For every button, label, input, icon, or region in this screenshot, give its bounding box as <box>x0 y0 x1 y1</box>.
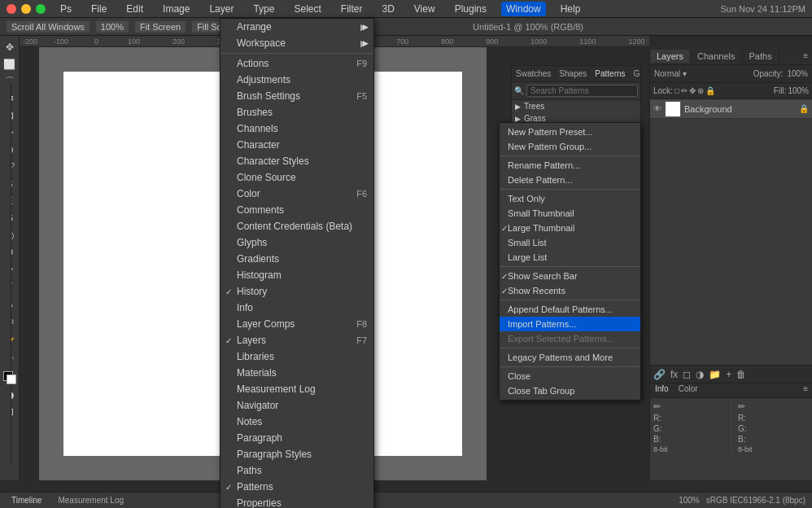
cm-import-patterns[interactable]: Import Patterns... <box>500 317 640 331</box>
status-tab-timeline[interactable]: Timeline <box>7 495 46 506</box>
adjustment-layer-btn[interactable]: ◑ <box>696 369 704 380</box>
wm-paragraph[interactable]: Paragraph <box>220 430 373 446</box>
wm-paths[interactable]: Paths <box>220 462 373 479</box>
blend-mode-select[interactable]: Normal ▾ <box>653 68 688 79</box>
wm-channels[interactable]: Channels <box>220 120 373 137</box>
marquee-tool[interactable]: ⬜ <box>2 56 18 72</box>
opacity-value[interactable]: 100% <box>786 68 809 79</box>
tab-channels[interactable]: Channels <box>691 50 742 63</box>
menu-ps[interactable]: Ps <box>55 2 76 16</box>
fg-bg-color[interactable] <box>2 370 18 386</box>
wm-libraries[interactable]: Libraries <box>220 348 373 365</box>
wm-info[interactable]: Info <box>220 300 373 316</box>
cm-delete-pattern[interactable]: Delete Pattern... <box>500 173 640 187</box>
cm-show-search-bar[interactable]: Show Search Bar <box>500 269 640 283</box>
status-tab-measurement-log[interactable]: Measurement Log <box>53 495 129 506</box>
cm-rename-pattern[interactable]: Rename Pattern... <box>500 158 640 173</box>
lock-all-btn[interactable]: 🔒 <box>705 86 715 95</box>
cm-show-recents[interactable]: Show Recents <box>500 283 640 298</box>
layer-style-btn[interactable]: fx <box>670 369 678 380</box>
wm-materials[interactable]: Materials <box>220 365 373 381</box>
wm-navigator[interactable]: Navigator <box>220 397 373 414</box>
pp-tab-swatches[interactable]: Swatches <box>512 68 555 80</box>
tab-layers[interactable]: Layers <box>650 50 691 63</box>
wm-layer-comps[interactable]: Layer CompsF8 <box>220 316 373 332</box>
fill-value[interactable]: 100% <box>788 86 809 95</box>
menu-plugins[interactable]: Plugins <box>450 2 491 16</box>
wm-measurement-log[interactable]: Measurement Log <box>220 381 373 397</box>
pp-group-trees[interactable]: ▶ Trees <box>512 100 640 112</box>
menu-image[interactable]: Image <box>158 2 194 16</box>
visibility-icon[interactable]: 👁 <box>653 104 661 113</box>
wm-actions[interactable]: ActionsF9 <box>220 55 373 72</box>
menu-type[interactable]: Type <box>248 2 279 16</box>
wm-glyphs[interactable]: Glyphs <box>220 234 373 251</box>
wm-history[interactable]: History <box>220 283 373 300</box>
wm-clone-source[interactable]: Clone Source <box>220 169 373 186</box>
scroll-all-btn[interactable]: Scroll All Windows <box>7 21 89 33</box>
cm-new-pattern-group[interactable]: New Pattern Group... <box>500 139 640 154</box>
wm-color[interactable]: ColorF6 <box>220 186 373 202</box>
cm-text-only[interactable]: Text Only <box>500 191 640 206</box>
maximize-button[interactable] <box>36 4 46 14</box>
panel-menu-btn[interactable]: ≡ <box>799 50 812 62</box>
cm-close[interactable]: Close <box>500 369 640 383</box>
wm-properties[interactable]: Properties <box>220 495 373 508</box>
wm-character[interactable]: Character <box>220 137 373 153</box>
layer-row-background[interactable]: 👁 Background 🔒 <box>650 99 812 119</box>
pp-search-input[interactable] <box>526 85 638 97</box>
delete-layer-btn[interactable]: 🗑 <box>736 369 746 380</box>
cm-legacy-patterns[interactable]: Legacy Patterns and More <box>500 350 640 365</box>
menu-help[interactable]: Help <box>556 2 586 16</box>
wm-character-styles[interactable]: Character Styles <box>220 153 373 169</box>
link-layers-btn[interactable]: 🔗 <box>653 369 666 380</box>
menu-file[interactable]: File <box>86 2 111 16</box>
move-tool[interactable]: ✥ <box>2 39 18 55</box>
zoom-level[interactable]: 100% <box>96 21 129 33</box>
wm-brushes[interactable]: Brushes <box>220 104 373 120</box>
tab-color[interactable]: Color <box>674 383 703 397</box>
pp-tab-patterns[interactable]: Patterns <box>591 68 629 80</box>
wm-notes[interactable]: Notes <box>220 414 373 430</box>
wm-gradients[interactable]: Gradients <box>220 251 373 267</box>
new-layer-btn[interactable]: + <box>726 369 731 380</box>
wm-adjustments[interactable]: Adjustments <box>220 72 373 88</box>
cm-append-default[interactable]: Append Default Patterns... <box>500 302 640 317</box>
tab-paths[interactable]: Paths <box>743 50 779 63</box>
tab-info[interactable]: Info <box>650 383 674 397</box>
wm-comments[interactable]: Comments <box>220 202 373 218</box>
menu-layer[interactable]: Layer <box>204 2 238 16</box>
pp-tab-gradients[interactable]: Gradients <box>630 68 640 80</box>
wm-arrange[interactable]: Arrange▶ <box>220 19 373 35</box>
wm-paragraph-styles[interactable]: Paragraph Styles <box>220 446 373 462</box>
wm-content-cred[interactable]: Content Credentials (Beta) <box>220 218 373 234</box>
menu-filter[interactable]: Filter <box>336 2 368 16</box>
cm-large-thumbnail[interactable]: Large Thumbnail <box>500 221 640 235</box>
lock-position-btn[interactable]: ✥ <box>689 86 696 95</box>
menu-view[interactable]: View <box>409 2 440 16</box>
cm-new-pattern-preset[interactable]: New Pattern Preset... <box>500 125 640 139</box>
menu-select[interactable]: Select <box>289 2 325 16</box>
cm-close-tab-group[interactable]: Close Tab Group <box>500 383 640 398</box>
lock-artboard-btn[interactable]: ⊕ <box>697 86 704 95</box>
cm-large-list[interactable]: Large List <box>500 250 640 265</box>
group-layer-btn[interactable]: 📁 <box>709 369 721 380</box>
layer-mask-btn[interactable]: ◻ <box>683 369 691 380</box>
cm-small-list[interactable]: Small List <box>500 235 640 250</box>
fit-screen-btn[interactable]: Fit Screen <box>135 21 186 33</box>
wm-brush-settings[interactable]: Brush SettingsF5 <box>220 88 373 104</box>
cm-small-thumbnail[interactable]: Small Thumbnail <box>500 206 640 221</box>
close-button[interactable] <box>7 4 16 14</box>
lock-transparent-btn[interactable]: □ <box>674 86 679 95</box>
wm-layers[interactable]: LayersF7 <box>220 332 373 348</box>
minimize-button[interactable] <box>21 4 31 14</box>
menu-edit[interactable]: Edit <box>121 2 148 16</box>
wm-patterns[interactable]: Patterns <box>220 479 373 495</box>
wm-workspace[interactable]: Workspace▶ <box>220 35 373 51</box>
info-panel-menu[interactable]: ≡ <box>799 383 812 397</box>
menu-window[interactable]: Window <box>501 2 546 16</box>
pp-tab-shapes[interactable]: Shapes <box>555 68 591 80</box>
wm-histogram[interactable]: Histogram <box>220 267 373 283</box>
menu-3d[interactable]: 3D <box>377 2 399 16</box>
lock-image-btn[interactable]: ✏ <box>681 86 688 95</box>
